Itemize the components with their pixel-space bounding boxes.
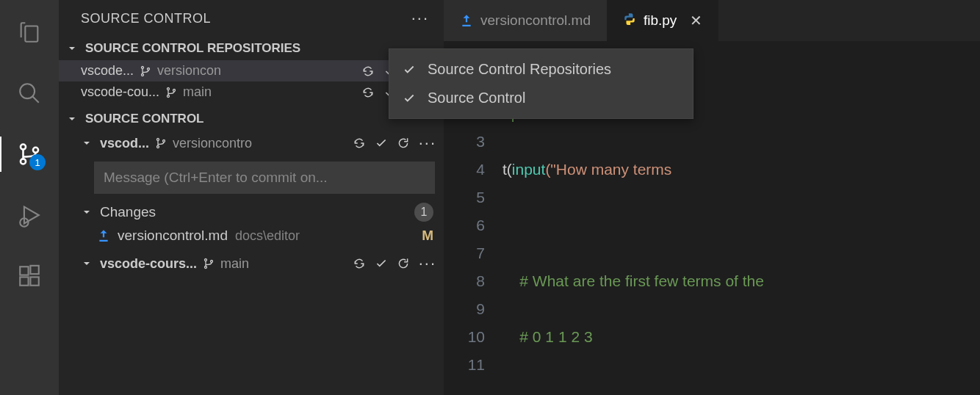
file-icon [97, 229, 110, 242]
tab-label: fib.py [644, 12, 677, 29]
menu-label: Source Control Repositories [428, 61, 611, 78]
scm-repo-name: vscod... [100, 136, 149, 151]
tabs: versioncontrol.md fib.py ✕ [444, 0, 980, 41]
menu-item-repos[interactable]: Source Control Repositories [389, 55, 693, 84]
check-icon[interactable] [375, 257, 388, 270]
context-menu: Source Control Repositories Source Contr… [389, 48, 693, 119]
changed-file-row[interactable]: versioncontrol.md docs\editor M [59, 225, 444, 247]
svg-point-5 [33, 148, 38, 153]
svg-point-20 [163, 140, 165, 142]
svg-rect-8 [20, 267, 28, 275]
sidebar-title: SOURCE CONTROL [81, 11, 211, 26]
svg-point-15 [167, 87, 170, 90]
svg-point-17 [173, 89, 176, 91]
branch-name: main [183, 84, 212, 100]
svg-point-16 [167, 95, 170, 97]
more-icon[interactable]: ··· [411, 9, 429, 28]
tab-label: versioncontrol.md [480, 12, 591, 29]
svg-rect-0 [25, 26, 37, 42]
repos-header-label: SOURCE CONTROL REPOSITORIES [85, 41, 300, 56]
sync-icon[interactable] [353, 137, 366, 150]
menu-item-scm[interactable]: Source Control [389, 84, 693, 112]
repo-name: vscode-cou... [81, 84, 159, 100]
svg-point-3 [21, 145, 26, 150]
chevron-down-icon [81, 258, 94, 269]
scm-repo-name: vscode-cours... [100, 256, 197, 272]
svg-line-2 [32, 96, 39, 103]
menu-label: Source Control [428, 90, 525, 106]
svg-point-12 [142, 66, 144, 68]
changes-header[interactable]: Changes 1 [59, 200, 444, 225]
svg-rect-11 [30, 266, 38, 274]
svg-marker-6 [24, 207, 39, 224]
tab-fib[interactable]: fib.py ✕ [607, 0, 718, 41]
sync-icon[interactable] [361, 65, 375, 78]
chevron-down-icon [66, 113, 79, 125]
tab-versioncontrol[interactable]: versioncontrol.md [444, 0, 607, 41]
branch-name: versioncontro [173, 136, 252, 151]
repo-name: vscode... [81, 63, 134, 79]
row-actions: ··· [353, 254, 436, 273]
sidebar: SOURCE CONTROL ··· SOURCE CONTROL REPOSI… [59, 0, 444, 395]
chevron-down-icon [66, 43, 79, 54]
svg-point-4 [21, 159, 26, 164]
branch-name: versioncon [157, 63, 221, 79]
source-control-icon[interactable]: 1 [12, 137, 47, 172]
explorer-icon[interactable] [12, 15, 47, 50]
gutter: 3 4 5 6 7 8 9 10 11 [444, 72, 502, 395]
svg-point-21 [205, 259, 207, 261]
svg-rect-10 [30, 277, 38, 285]
changes-label: Changes [100, 204, 156, 220]
changes-count: 1 [414, 203, 433, 222]
branch-icon [140, 65, 151, 77]
close-icon[interactable]: ✕ [690, 12, 702, 29]
more-icon[interactable]: ··· [419, 254, 436, 273]
sync-icon[interactable] [361, 86, 375, 99]
file-status: M [422, 228, 433, 244]
sidebar-header: SOURCE CONTROL ··· [59, 0, 444, 37]
scm-repo-row[interactable]: vscod... versioncontro ··· [59, 131, 444, 156]
code-area[interactable]: 3 4 5 6 7 8 9 10 11 oproach t(input("How… [444, 72, 980, 395]
refresh-icon[interactable] [397, 257, 410, 270]
repos-section-header[interactable]: SOURCE CONTROL REPOSITORIES [59, 37, 444, 60]
scm-repo-row[interactable]: vscode-cours... main ··· [59, 251, 444, 276]
check-icon [403, 92, 417, 105]
repo-row[interactable]: vscode-cou... main ·· [59, 81, 444, 103]
svg-point-14 [148, 68, 150, 70]
debug-icon[interactable] [12, 198, 47, 233]
check-icon [403, 63, 417, 76]
check-icon[interactable] [375, 137, 388, 150]
svg-point-1 [20, 84, 35, 98]
svg-point-22 [205, 267, 207, 269]
activity-bar: 1 [0, 0, 59, 395]
scm-header-label: SOURCE CONTROL [85, 112, 204, 126]
python-icon [623, 12, 636, 29]
chevron-down-icon [81, 137, 94, 149]
file-path: docs\editor [235, 228, 300, 244]
svg-rect-9 [20, 277, 28, 285]
svg-point-19 [157, 146, 159, 148]
file-icon [460, 14, 473, 27]
branch-icon [203, 258, 215, 269]
svg-point-13 [142, 73, 144, 76]
svg-point-18 [157, 139, 159, 141]
editor: versioncontrol.md fib.py ✕ Source Contro… [444, 0, 980, 395]
branch-icon [165, 87, 177, 98]
commit-message-input[interactable]: Message (Ctrl+Enter to commit on... [94, 162, 435, 194]
code-lines: oproach t(input("How many terms # What a… [502, 72, 980, 395]
repo-row[interactable]: vscode... versioncon ·· [59, 60, 444, 81]
scm-badge: 1 [29, 154, 46, 170]
chevron-down-icon [81, 206, 94, 218]
refresh-icon[interactable] [397, 137, 410, 150]
svg-point-23 [211, 261, 213, 263]
sync-icon[interactable] [353, 257, 366, 270]
extensions-icon[interactable] [12, 258, 47, 294]
search-icon[interactable] [12, 76, 47, 111]
branch-icon [155, 137, 167, 149]
file-name: versioncontrol.md [118, 228, 228, 244]
row-actions: ··· [353, 134, 436, 153]
scm-section-header[interactable]: SOURCE CONTROL [59, 107, 444, 131]
branch-name: main [220, 256, 249, 272]
more-icon[interactable]: ··· [419, 134, 436, 153]
